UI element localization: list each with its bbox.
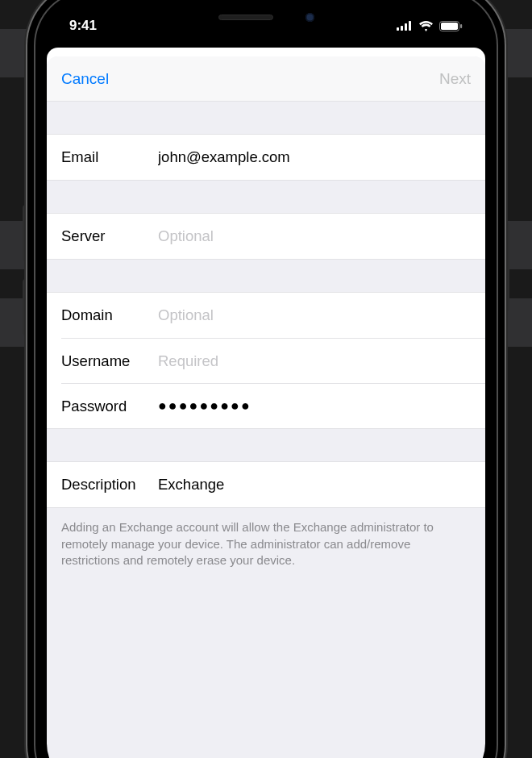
- email-field[interactable]: [158, 148, 471, 166]
- phone-frame: 9:41 Cancel Next: [35, 0, 497, 758]
- password-row[interactable]: Password ●●●●●●●●●: [61, 383, 485, 428]
- description-group: Description: [47, 461, 485, 508]
- wifi-icon: [418, 21, 434, 31]
- cellular-icon: [397, 21, 413, 31]
- server-row[interactable]: Server: [47, 214, 485, 259]
- domain-field[interactable]: [158, 306, 471, 324]
- mute-switch: [24, 150, 31, 179]
- server-group: Server: [47, 213, 485, 260]
- footer-text: Adding an Exchange account will allow th…: [47, 508, 485, 581]
- battery-icon: [439, 21, 463, 31]
- cancel-button[interactable]: Cancel: [61, 70, 109, 88]
- svg-rect-3: [409, 21, 411, 31]
- svg-rect-1: [401, 26, 403, 31]
- phone-screen: 9:41 Cancel Next: [47, 3, 485, 758]
- password-field[interactable]: ●●●●●●●●●: [158, 398, 471, 414]
- server-field[interactable]: [158, 227, 471, 245]
- password-label: Password: [61, 398, 158, 415]
- description-label: Description: [61, 476, 158, 494]
- server-label: Server: [61, 227, 158, 245]
- email-group: Email: [47, 134, 485, 181]
- username-row[interactable]: Username: [61, 338, 485, 383]
- description-field[interactable]: [158, 476, 471, 494]
- svg-rect-2: [405, 23, 407, 31]
- volume-up-button: [23, 205, 29, 261]
- email-label: Email: [61, 148, 158, 166]
- notch: [161, 3, 371, 31]
- form-content: Email Server Domain: [47, 102, 485, 758]
- email-row[interactable]: Email: [47, 135, 485, 180]
- domain-row[interactable]: Domain: [47, 293, 485, 338]
- modal-sheet: Cancel Next Email Server: [47, 56, 485, 758]
- svg-rect-5: [441, 23, 458, 30]
- domain-label: Domain: [61, 306, 158, 324]
- svg-rect-6: [460, 24, 462, 28]
- username-label: Username: [61, 352, 158, 370]
- status-time: 9:41: [69, 18, 97, 34]
- nav-bar: Cancel Next: [47, 56, 485, 102]
- next-button[interactable]: Next: [439, 70, 471, 88]
- username-field[interactable]: [158, 352, 471, 370]
- speaker-grille: [218, 15, 273, 20]
- svg-rect-0: [397, 27, 399, 31]
- front-camera: [305, 13, 314, 22]
- description-row[interactable]: Description: [47, 462, 485, 507]
- volume-down-button: [23, 279, 29, 335]
- credentials-group: Domain Username Password ●●●●●●●●●: [47, 292, 485, 429]
- side-button: [503, 223, 509, 311]
